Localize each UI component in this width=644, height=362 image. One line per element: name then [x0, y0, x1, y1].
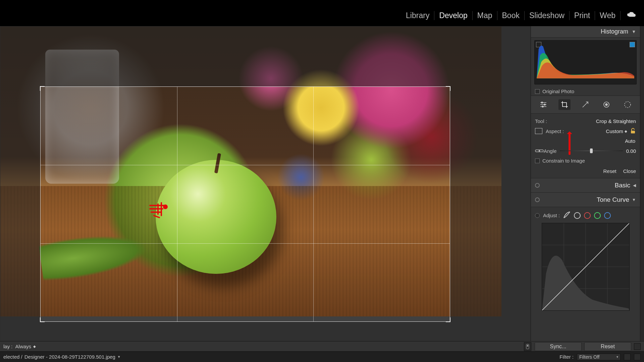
- basic-visibility-icon[interactable]: [535, 183, 540, 188]
- module-map[interactable]: Map: [473, 11, 497, 20]
- aspect-frame-icon[interactable]: [535, 128, 542, 134]
- histogram-title: Histogram: [601, 28, 628, 35]
- filter-label: Filter :: [559, 354, 574, 360]
- svg-point-9: [539, 150, 540, 152]
- tone-curve-graph[interactable]: [542, 223, 630, 311]
- adjust-label: Adjust :: [543, 213, 560, 218]
- parametric-curve-icon[interactable]: [563, 211, 571, 220]
- filmstrip-toggle-icon[interactable]: [634, 354, 641, 360]
- sync-switch-icon[interactable]: [524, 342, 531, 351]
- crop-handle-tr[interactable]: [446, 86, 450, 91]
- green-channel-icon[interactable]: [594, 212, 601, 219]
- panel-scrollbar[interactable]: [640, 26, 644, 341]
- histogram-header[interactable]: Histogram ▼: [531, 26, 640, 38]
- panel-toggle-icon[interactable]: [634, 343, 641, 350]
- angle-value[interactable]: 0.00: [626, 148, 636, 154]
- level-icon[interactable]: [535, 148, 544, 153]
- tone-curve-panel: Adjust :: [531, 207, 640, 313]
- module-print[interactable]: Print: [570, 11, 595, 20]
- edit-sliders-tool-icon[interactable]: [537, 99, 549, 110]
- tool-name: Crop & Straighten: [596, 118, 636, 124]
- tool-strip: [531, 96, 640, 114]
- angle-label: Angle: [544, 148, 556, 154]
- chevron-left-icon: ◀: [633, 183, 636, 188]
- crop-straighten-panel: Tool : Crop & Straighten Aspect : Custom…: [531, 114, 640, 166]
- svg-point-5: [605, 104, 607, 106]
- svg-point-1: [541, 102, 543, 103]
- reset-button[interactable]: Reset: [584, 342, 631, 351]
- original-photo-checkbox[interactable]: [535, 89, 540, 94]
- original-photo-label: Original Photo: [542, 88, 574, 94]
- healing-tool-icon[interactable]: [579, 99, 591, 110]
- aspect-value[interactable]: Custom: [606, 128, 623, 134]
- selected-label: elected /: [3, 354, 22, 360]
- toolbar-footer: lay : Always ◆ Sync... Reset: [0, 341, 644, 351]
- constrain-checkbox[interactable]: [535, 159, 540, 163]
- point-curve-icon[interactable]: [574, 212, 581, 219]
- sync-button[interactable]: Sync...: [535, 342, 582, 351]
- filter-dropdown[interactable]: Filters Off ▾: [577, 354, 621, 360]
- tool-label: Tool :: [535, 118, 547, 124]
- aspect-label: Aspect :: [546, 128, 564, 134]
- svg-point-2: [544, 104, 545, 105]
- tone-curve-section-header[interactable]: Tone Curve ▼: [531, 193, 640, 207]
- crop-tool-icon[interactable]: [558, 99, 571, 110]
- chevron-down-icon: ◆: [33, 345, 36, 348]
- right-panel: Histogram ▼ Original Photo: [531, 26, 644, 341]
- crop-overlay[interactable]: [41, 87, 450, 321]
- crop-handle-br[interactable]: [446, 317, 450, 322]
- tonecurve-title: Tone Curve: [597, 196, 629, 203]
- chevron-down-icon: ▼: [632, 29, 636, 34]
- basic-title: Basic: [615, 182, 630, 189]
- tonecurve-enable-toggle[interactable]: [535, 213, 540, 218]
- aspect-menu-icon[interactable]: ◆: [625, 129, 627, 133]
- module-library[interactable]: Library: [401, 11, 434, 20]
- tonecurve-visibility-icon[interactable]: [535, 197, 540, 202]
- masking-tool-icon[interactable]: [622, 99, 634, 110]
- module-web[interactable]: Web: [595, 11, 621, 20]
- current-filename[interactable]: Designer - 2024-08-29T122709.501.jpeg: [24, 354, 115, 360]
- aspect-lock-icon[interactable]: [630, 128, 636, 134]
- crop-close-button[interactable]: Close: [623, 168, 636, 174]
- filmstrip-footer: elected / Designer - 2024-08-29T122709.5…: [0, 351, 644, 362]
- crop-handle-bl[interactable]: [40, 317, 45, 322]
- angle-slider[interactable]: [560, 148, 623, 154]
- play-label: lay :: [3, 344, 13, 349]
- filename-menu-icon[interactable]: ▼: [117, 355, 121, 359]
- svg-rect-7: [631, 131, 635, 133]
- chevron-down-icon: ▾: [616, 355, 618, 359]
- cloud-sync-icon[interactable]: [627, 11, 636, 19]
- image-canvas[interactable]: [0, 26, 531, 341]
- play-dropdown[interactable]: Always ◆: [15, 344, 36, 349]
- module-book[interactable]: Book: [497, 11, 525, 20]
- red-channel-icon[interactable]: [584, 212, 591, 219]
- original-photo-row[interactable]: Original Photo: [531, 87, 640, 96]
- crop-reset-button[interactable]: Reset: [603, 168, 616, 174]
- blue-channel-icon[interactable]: [604, 212, 611, 219]
- svg-point-6: [625, 102, 631, 108]
- redeye-tool-icon[interactable]: [600, 99, 612, 110]
- constrain-label: Constrain to Image: [542, 158, 585, 164]
- filter-lock-icon[interactable]: [624, 354, 631, 360]
- angle-auto-button[interactable]: Auto: [625, 138, 636, 144]
- histogram[interactable]: [534, 40, 637, 84]
- crop-handle-tl[interactable]: [40, 86, 45, 91]
- module-slideshow[interactable]: Slideshow: [525, 11, 570, 20]
- basic-section-header[interactable]: Basic ◀: [531, 178, 640, 193]
- svg-rect-18: [527, 345, 528, 347]
- module-develop[interactable]: Develop: [434, 11, 472, 20]
- workspace: Histogram ▼ Original Photo: [0, 26, 644, 341]
- chevron-down-icon: ▼: [632, 197, 636, 202]
- module-picker: Library Develop Map Book Slideshow Print…: [0, 8, 644, 23]
- svg-point-3: [542, 106, 543, 107]
